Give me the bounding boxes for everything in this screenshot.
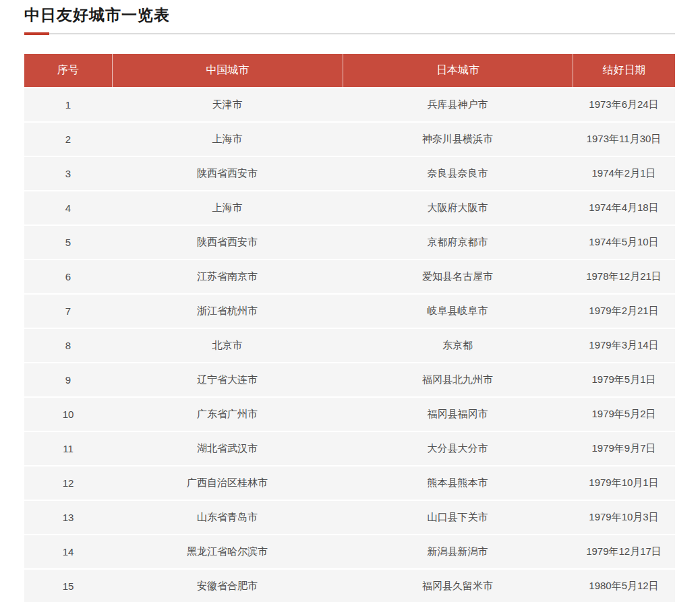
table-row: 3 陕西省西安市 奈良县奈良市 1974年2月1日 xyxy=(24,157,675,190)
cell-friendship-date: 1974年4月18日 xyxy=(573,191,675,224)
cell-japan-city: 大分县大分市 xyxy=(343,432,573,465)
cell-friendship-date: 1979年12月17日 xyxy=(573,535,675,568)
cell-japan-city: 岐阜县岐阜市 xyxy=(343,295,573,328)
column-header-china-city: 中国城市 xyxy=(112,54,343,87)
cell-china-city: 北京市 xyxy=(112,329,343,362)
cell-japan-city: 福冈县福冈市 xyxy=(343,398,573,431)
table-row: 15 安徽省合肥市 福冈县久留米市 1980年5月12日 xyxy=(24,570,675,602)
cell-china-city: 山东省青岛市 xyxy=(112,501,343,534)
cell-serial-number: 3 xyxy=(24,157,112,190)
cell-friendship-date: 1973年6月24日 xyxy=(573,88,675,121)
cell-china-city: 陕西省西安市 xyxy=(112,157,343,190)
cell-japan-city: 爱知县名古屋市 xyxy=(343,260,573,293)
cell-japan-city: 福冈县北九州市 xyxy=(343,363,573,396)
cell-serial-number: 2 xyxy=(24,123,112,156)
cell-japan-city: 神奈川县横浜市 xyxy=(343,123,573,156)
cell-friendship-date: 1979年5月1日 xyxy=(573,363,675,396)
cell-china-city: 浙江省杭州市 xyxy=(112,295,343,328)
table-row: 7 浙江省杭州市 岐阜县岐阜市 1979年2月21日 xyxy=(24,295,675,328)
cell-serial-number: 8 xyxy=(24,329,112,362)
table-row: 12 广西自治区桂林市 熊本县熊本市 1979年10月1日 xyxy=(24,466,675,500)
table-header-row: 序号 中国城市 日本城市 结好日期 xyxy=(24,54,675,87)
cell-friendship-date: 1979年9月7日 xyxy=(573,432,675,465)
cell-china-city: 湖北省武汉市 xyxy=(112,432,343,465)
cell-japan-city: 福冈县久留米市 xyxy=(343,570,573,602)
table-row: 1 天津市 兵库县神户市 1973年6月24日 xyxy=(24,88,675,121)
cell-serial-number: 9 xyxy=(24,363,112,396)
table-row: 14 黑龙江省哈尔滨市 新潟县新潟市 1979年12月17日 xyxy=(24,535,675,568)
cell-serial-number: 15 xyxy=(24,570,112,602)
page: 中日友好城市一览表 序号 中国城市 日本城市 结好日期 1 天津市 兵库县神户市… xyxy=(0,4,700,602)
cell-friendship-date: 1979年10月3日 xyxy=(573,501,675,534)
cell-serial-number: 13 xyxy=(24,501,112,534)
column-header-japan-city: 日本城市 xyxy=(343,54,573,87)
friendship-cities-table: 序号 中国城市 日本城市 结好日期 1 天津市 兵库县神户市 1973年6月24… xyxy=(24,54,675,602)
cell-china-city: 上海市 xyxy=(112,191,343,224)
table-row: 5 陕西省西安市 京都府京都市 1974年5月10日 xyxy=(24,226,675,259)
table-row: 4 上海市 大阪府大阪市 1974年4月18日 xyxy=(24,191,675,224)
cell-china-city: 上海市 xyxy=(112,123,343,156)
cell-china-city: 辽宁省大连市 xyxy=(112,363,343,396)
table-row: 8 北京市 东京都 1979年3月14日 xyxy=(24,329,675,362)
cell-japan-city: 大阪府大阪市 xyxy=(343,191,573,224)
table-row: 10 广东省广州市 福冈县福冈市 1979年5月2日 xyxy=(24,398,675,431)
cell-china-city: 陕西省西安市 xyxy=(112,226,343,259)
cell-serial-number: 10 xyxy=(24,398,112,431)
cell-serial-number: 11 xyxy=(24,432,112,465)
cell-china-city: 广东省广州市 xyxy=(112,398,343,431)
cell-serial-number: 12 xyxy=(24,466,112,500)
table-row: 9 辽宁省大连市 福冈县北九州市 1979年5月1日 xyxy=(24,363,675,396)
table-row: 11 湖北省武汉市 大分县大分市 1979年9月7日 xyxy=(24,432,675,465)
table-body: 1 天津市 兵库县神户市 1973年6月24日 2 上海市 神奈川县横浜市 19… xyxy=(24,88,675,602)
cell-serial-number: 14 xyxy=(24,535,112,568)
cell-china-city: 黑龙江省哈尔滨市 xyxy=(112,535,343,568)
title-divider-accent xyxy=(24,32,49,35)
table-row: 6 江苏省南京市 爱知县名古屋市 1978年12月21日 xyxy=(24,260,675,293)
cell-china-city: 天津市 xyxy=(112,88,343,121)
title-divider-line xyxy=(49,33,675,34)
cell-friendship-date: 1979年5月2日 xyxy=(573,398,675,431)
cell-friendship-date: 1974年2月1日 xyxy=(573,157,675,190)
cell-serial-number: 1 xyxy=(24,88,112,121)
cell-serial-number: 7 xyxy=(24,295,112,328)
cell-japan-city: 东京都 xyxy=(343,329,573,362)
cell-japan-city: 兵库县神户市 xyxy=(343,88,573,121)
cell-friendship-date: 1973年11月30日 xyxy=(573,123,675,156)
cell-serial-number: 5 xyxy=(24,226,112,259)
cell-friendship-date: 1979年10月1日 xyxy=(573,466,675,500)
cell-friendship-date: 1979年2月21日 xyxy=(573,295,675,328)
table-row: 2 上海市 神奈川县横浜市 1973年11月30日 xyxy=(24,123,675,156)
cell-serial-number: 6 xyxy=(24,260,112,293)
cell-china-city: 广西自治区桂林市 xyxy=(112,466,343,500)
cell-serial-number: 4 xyxy=(24,191,112,224)
table-row: 13 山东省青岛市 山口县下关市 1979年10月3日 xyxy=(24,501,675,534)
cell-friendship-date: 1974年5月10日 xyxy=(573,226,675,259)
cell-friendship-date: 1980年5月12日 xyxy=(573,570,675,602)
page-title: 中日友好城市一览表 xyxy=(24,4,675,26)
cell-japan-city: 京都府京都市 xyxy=(343,226,573,259)
cell-japan-city: 熊本县熊本市 xyxy=(343,466,573,500)
cell-china-city: 江苏省南京市 xyxy=(112,260,343,293)
cell-japan-city: 山口县下关市 xyxy=(343,501,573,534)
cell-friendship-date: 1978年12月21日 xyxy=(573,260,675,293)
cell-japan-city: 新潟县新潟市 xyxy=(343,535,573,568)
cell-friendship-date: 1979年3月14日 xyxy=(573,329,675,362)
title-divider xyxy=(24,32,675,35)
column-header-serial-number: 序号 xyxy=(24,54,112,87)
cell-japan-city: 奈良县奈良市 xyxy=(343,157,573,190)
cell-china-city: 安徽省合肥市 xyxy=(112,570,343,602)
column-header-friendship-date: 结好日期 xyxy=(573,54,675,87)
